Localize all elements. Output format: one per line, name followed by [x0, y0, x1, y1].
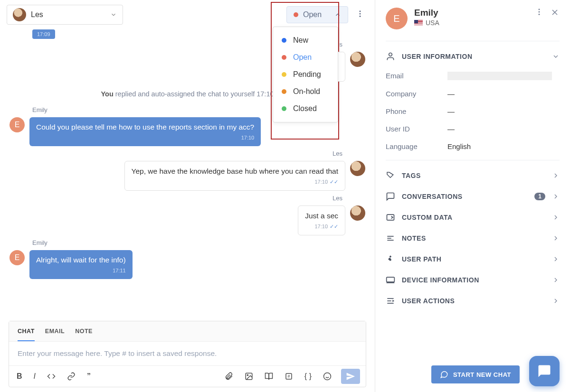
- more-vertical-icon: [356, 9, 364, 18]
- composer: CHATEMAILNOTE B I ” # { }: [9, 321, 366, 387]
- status-dropdown: NewOpenPendingOn-holdClosed: [273, 27, 338, 122]
- message-row: Yep, we have the knowledge base hub wher…: [10, 161, 365, 191]
- status-dot-pending-icon: [282, 72, 286, 77]
- contact-avatar: E: [386, 8, 408, 29]
- agent-name: Les: [31, 10, 105, 19]
- svg-point-15: [389, 53, 392, 56]
- close-icon[interactable]: [550, 8, 560, 17]
- send-button[interactable]: [341, 369, 360, 384]
- attachment-button[interactable]: [223, 370, 235, 383]
- message-row: Just a sec17:10 ✓✓: [10, 205, 365, 235]
- svg-text:#: #: [287, 374, 290, 379]
- info-row-language: LanguageEnglish: [386, 138, 560, 155]
- info-row-phone: Phone—: [386, 103, 560, 120]
- section-custom_data[interactable]: CUSTOM DATA: [386, 207, 560, 228]
- chevron-up-icon: [334, 11, 341, 18]
- svg-point-2: [360, 16, 361, 17]
- chevron-down-icon: [552, 53, 560, 60]
- sender-label: Les: [10, 195, 342, 202]
- saved-response-button[interactable]: #: [283, 370, 295, 383]
- section-actions[interactable]: USER ACTIONS: [386, 290, 560, 311]
- link-button[interactable]: [65, 370, 77, 383]
- status-option-new[interactable]: New: [273, 32, 338, 49]
- svg-point-0: [360, 10, 361, 12]
- message-row: EAlright, will wait for the info)17:11: [10, 250, 365, 279]
- message-bubble: Just a sec17:10 ✓✓: [298, 205, 345, 235]
- svg-point-1: [360, 13, 361, 15]
- status-dot-on-hold-icon: [282, 89, 286, 94]
- svg-point-4: [247, 374, 248, 375]
- code-button[interactable]: [45, 370, 57, 383]
- message-avatar: [350, 52, 365, 67]
- message-bubble: Alright, will wait for the info)17:11: [29, 250, 133, 279]
- start-new-chat-button[interactable]: START NEW CHAT: [431, 365, 520, 383]
- composer-tab-note[interactable]: NOTE: [75, 321, 93, 341]
- chat-icon: [440, 370, 448, 379]
- chat-bubble-icon: [537, 364, 551, 378]
- status-selector[interactable]: Open: [286, 6, 348, 23]
- flag-icon: [414, 20, 423, 26]
- bold-button[interactable]: B: [15, 370, 24, 383]
- message-avatar: E: [10, 117, 25, 132]
- section-tags[interactable]: TAGS: [386, 165, 560, 186]
- section-conversations[interactable]: CONVERSATIONS1: [386, 186, 560, 207]
- svg-rect-20: [387, 277, 395, 282]
- contact-name: Emily: [414, 8, 528, 18]
- italic-button[interactable]: I: [32, 370, 38, 383]
- status-dot: [294, 12, 298, 17]
- contact-country: USA: [426, 19, 439, 27]
- section-notes[interactable]: NOTES: [386, 228, 560, 249]
- chat-fab[interactable]: [529, 356, 560, 386]
- section-user_path[interactable]: USER PATH: [386, 249, 560, 270]
- sender-label: Emily: [32, 239, 365, 246]
- chevron-right-icon: [552, 276, 560, 284]
- start-new-chat-label: START NEW CHAT: [453, 371, 511, 378]
- sidebar-sections: USER INFORMATIONEmailCompany—Phone—User …: [386, 46, 560, 311]
- status-dot-new-icon: [282, 38, 286, 43]
- message-input[interactable]: [18, 349, 357, 358]
- chevron-down-icon: [110, 11, 117, 18]
- sender-label: Les: [10, 150, 342, 157]
- section-device[interactable]: DEVICE INFORMATION: [386, 270, 560, 290]
- chevron-right-icon: [552, 193, 560, 200]
- info-row-email: Email: [386, 67, 560, 85]
- svg-point-7: [324, 373, 331, 380]
- agent-selector[interactable]: Les: [7, 5, 123, 25]
- status-option-pending[interactable]: Pending: [273, 66, 338, 83]
- composer-tabs: CHATEMAILNOTE: [9, 321, 366, 342]
- status-dot-closed-icon: [282, 106, 286, 111]
- svg-point-10: [539, 9, 540, 10]
- message-avatar: [350, 161, 365, 176]
- image-button[interactable]: [243, 370, 255, 383]
- chevron-right-icon: [552, 297, 560, 305]
- status-option-on-hold[interactable]: On-hold: [273, 83, 338, 100]
- message-avatar: [350, 205, 365, 221]
- composer-tab-chat[interactable]: CHAT: [18, 321, 35, 341]
- svg-point-11: [539, 11, 540, 13]
- status-dot-open-icon: [282, 55, 286, 60]
- message-avatar: E: [10, 250, 25, 265]
- chevron-right-icon: [552, 234, 560, 242]
- status-option-closed[interactable]: Closed: [273, 100, 338, 117]
- variable-button[interactable]: { }: [303, 370, 314, 383]
- quote-button[interactable]: ”: [85, 370, 93, 383]
- status-label: Open: [303, 10, 330, 19]
- message-bubble: Yep, we have the knowledge base hub wher…: [124, 161, 345, 191]
- timestamp-bubble: 17:09: [32, 29, 55, 39]
- message-bubble: Could you please tell me how to use the …: [29, 117, 261, 146]
- chevron-right-icon: [552, 255, 560, 263]
- chevron-right-icon: [552, 214, 560, 221]
- info-row-user-id: User ID—: [386, 120, 560, 138]
- kb-button[interactable]: [263, 370, 275, 383]
- chevron-right-icon: [552, 172, 560, 179]
- more-button[interactable]: [352, 7, 368, 23]
- composer-tab-email[interactable]: EMAIL: [45, 321, 65, 341]
- section-user_info[interactable]: USER INFORMATION: [386, 46, 560, 67]
- more-vertical-icon[interactable]: [535, 8, 543, 16]
- agent-avatar: [13, 8, 26, 21]
- conversations-badge: 1: [534, 193, 545, 200]
- info-row-company: Company—: [386, 85, 560, 103]
- svg-point-12: [539, 14, 540, 15]
- status-option-open[interactable]: Open: [273, 49, 338, 66]
- emoji-button[interactable]: [321, 370, 333, 383]
